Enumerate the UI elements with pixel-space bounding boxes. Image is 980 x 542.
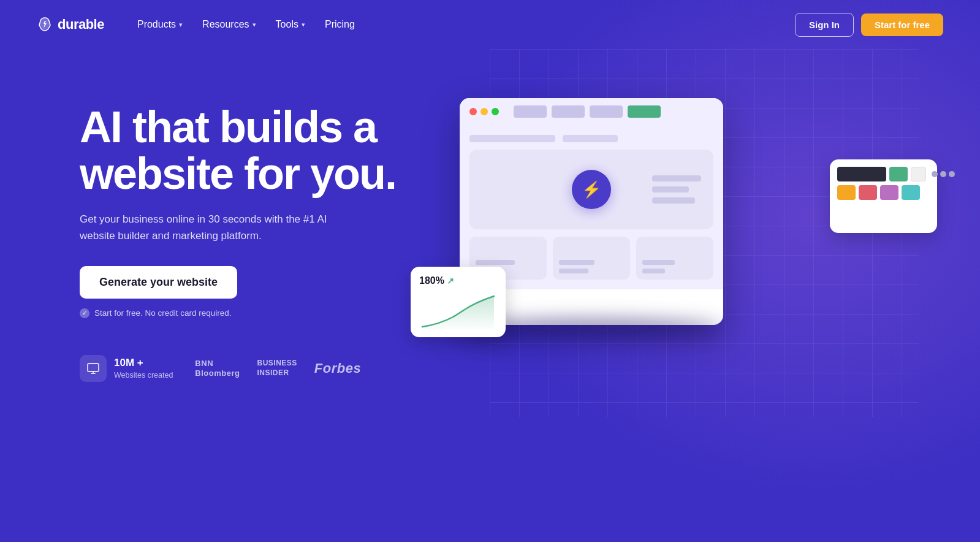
chevron-down-icon: ▾ [253, 21, 256, 29]
content-lines [652, 175, 701, 204]
palette-card [830, 159, 937, 233]
growth-value: 180% [419, 275, 444, 286]
palette-dot-1 [932, 171, 938, 177]
browser-tab-2 [552, 105, 585, 118]
logo-text: durable [58, 17, 104, 32]
press-logos: BNNBloomberg BUSINESSINSIDER Forbes [195, 359, 361, 378]
palette-dot-2 [940, 171, 946, 177]
content-ph-long [469, 135, 555, 142]
stat-websites: 10M + Websites created [80, 355, 173, 382]
growth-arrow-icon: ↗ [447, 276, 454, 286]
page-wrapper: durable Products ▾ Resources ▾ Tools ▾ P… [0, 0, 980, 542]
palette-swatch-purple [880, 185, 898, 200]
content-row-1 [469, 135, 713, 142]
nav-links: Products ▾ Resources ▾ Tools ▾ Pricing [129, 14, 795, 35]
hero-illustration: ⚡ [411, 86, 943, 392]
press-bnn: BNNBloomberg [195, 359, 240, 378]
palette-swatch-red [859, 185, 877, 200]
line-ph-1 [652, 175, 701, 181]
palette-row-2 [837, 185, 930, 200]
nav-products[interactable]: Products ▾ [129, 14, 191, 35]
chevron-down-icon: ▾ [302, 21, 305, 29]
browser-tab-active [628, 105, 661, 118]
navbar: durable Products ▾ Resources ▾ Tools ▾ P… [0, 0, 980, 49]
browser-content: ⚡ [460, 125, 723, 289]
stat-count: 10M + [114, 357, 173, 369]
nav-resources[interactable]: Resources ▾ [194, 14, 264, 35]
generate-website-button[interactable]: Generate your website [80, 266, 237, 299]
palette-swatch-white [911, 167, 926, 181]
monitor-svg [86, 362, 100, 375]
press-forbes: Forbes [314, 361, 361, 376]
bottom-card-2 [553, 237, 630, 280]
palette-swatch-orange [837, 185, 856, 200]
line-ph-2 [652, 186, 689, 193]
monitor-icon [80, 355, 107, 382]
signin-button[interactable]: Sign In [795, 13, 854, 37]
growth-chart-svg [419, 291, 497, 331]
palette-swatch-green [889, 167, 908, 181]
hero-section: AI that builds a website for you. Get yo… [0, 49, 980, 392]
dot-red [469, 108, 477, 115]
hero-title: AI that builds a website for you. [80, 104, 423, 197]
growth-label: 180% ↗ [419, 275, 497, 286]
card-line-5 [642, 260, 675, 265]
growth-card: 180% ↗ [411, 267, 506, 337]
nav-pricing[interactable]: Pricing [316, 14, 363, 35]
browser-dots [469, 108, 499, 115]
nav-actions: Sign In Start for free [795, 13, 943, 37]
bottom-card-3 [636, 237, 713, 280]
card-line-6 [642, 269, 665, 273]
check-icon: ✓ [80, 308, 89, 318]
palette-row-1 [837, 167, 930, 181]
palette-swatch-dark [837, 167, 886, 181]
bottom-cards [469, 237, 713, 280]
start-for-free-button[interactable]: Start for free [861, 13, 943, 36]
palette-dots-row1 [932, 171, 955, 177]
palette-dot-3 [949, 171, 955, 177]
durable-logo-icon [37, 17, 53, 32]
lightning-icon: ⚡ [572, 170, 611, 209]
hero-left: AI that builds a website for you. Get yo… [80, 86, 423, 382]
card-line-3 [559, 260, 594, 265]
content-card-area: ⚡ [469, 150, 713, 229]
logo[interactable]: durable [37, 17, 104, 32]
browser-tab-1 [514, 105, 547, 118]
palette-swatch-teal [902, 185, 920, 200]
trust-text: Start for free. No credit card required. [94, 308, 232, 318]
content-ph-short [563, 135, 618, 142]
svg-rect-0 [88, 364, 99, 372]
press-business-insider: BUSINESSINSIDER [257, 359, 297, 378]
browser-titlebar [460, 98, 723, 125]
browser-tabs [514, 105, 661, 118]
card-line-1 [476, 260, 515, 265]
dot-green [492, 108, 499, 115]
dot-yellow [481, 108, 488, 115]
nav-tools[interactable]: Tools ▾ [267, 14, 314, 35]
stat-label: Websites created [114, 371, 173, 380]
card-line-4 [559, 269, 588, 273]
chevron-down-icon: ▾ [179, 21, 183, 29]
stat-text: 10M + Websites created [114, 357, 173, 380]
hero-subtitle: Get your business online in 30 seconds w… [80, 212, 343, 244]
trust-line: ✓ Start for free. No credit card require… [80, 308, 423, 318]
line-ph-3 [652, 197, 695, 204]
browser-tab-3 [590, 105, 623, 118]
hero-stats: 10M + Websites created BNNBloomberg BUSI… [80, 355, 423, 382]
